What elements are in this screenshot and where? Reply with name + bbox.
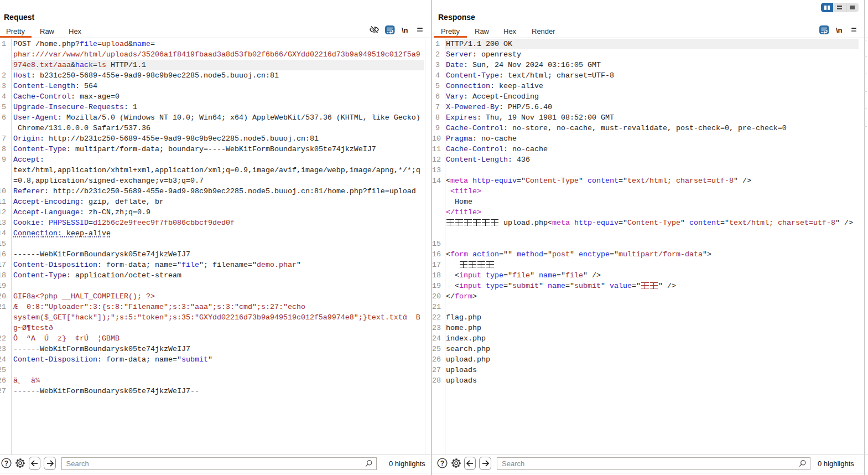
- svg-text:?: ?: [440, 459, 444, 467]
- svg-text:?: ?: [4, 459, 8, 467]
